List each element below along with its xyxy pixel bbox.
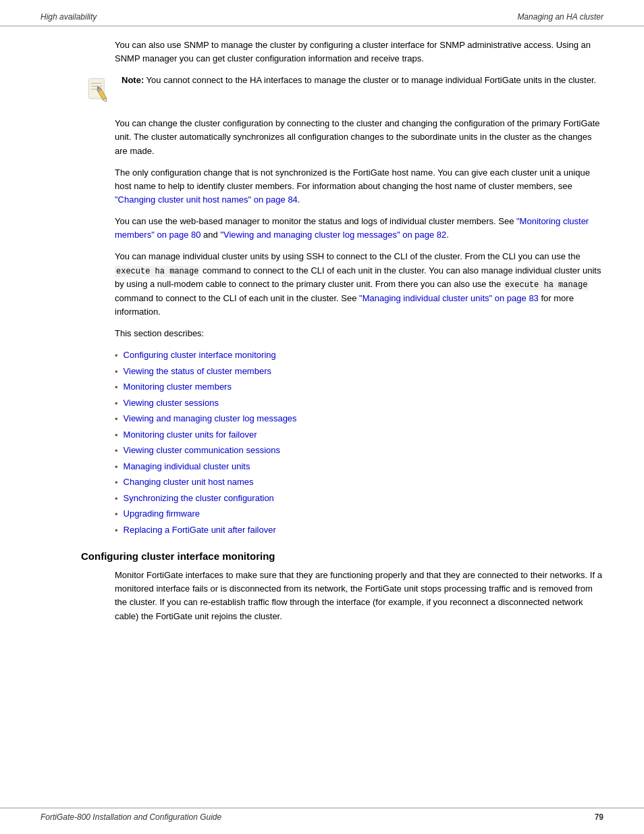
list-item: •Monitoring cluster units for failover [115,428,603,442]
bullet-dot: • [115,349,118,363]
bullet-dot: • [115,492,118,506]
bullet-dot: • [115,397,118,411]
footer-title: FortiGate-800 Installation and Configura… [41,812,221,822]
list-item: •Viewing cluster communication sessions [115,444,603,458]
page-number: 79 [595,812,603,822]
snmp-paragraph: You can also use SNMP to manage the clus… [115,38,603,66]
bullet-dot: • [115,508,118,521]
bullet-dot: • [115,444,118,458]
bullet-dot: • [115,413,118,426]
list-item: •Replacing a FortiGate unit after failov… [115,523,603,538]
bullet-dot: • [115,365,118,379]
header-right: Managing an HA cluster [517,12,603,22]
bullet-link[interactable]: Viewing cluster sessions [124,396,219,410]
hostname-paragraph: The only configuration change that is no… [115,166,603,207]
list-item: •Managing individual cluster units [115,460,603,474]
note-text: Note: You cannot connect to the HA inter… [122,74,596,87]
bullet-link[interactable]: Configuring cluster interface monitoring [124,348,276,362]
note-label: Note: [122,75,144,85]
section-paragraph: Monitor FortiGate interfaces to make sur… [115,569,603,623]
bullet-link[interactable]: Viewing and managing cluster log message… [124,412,297,425]
page: High availability Managing an HA cluster… [0,0,644,834]
bullet-link[interactable]: Viewing the status of cluster members [124,365,271,378]
bullet-dot: • [115,429,118,442]
bullet-link[interactable]: Viewing cluster communication sessions [124,444,280,457]
section-describes: This section describes: [115,327,603,340]
list-item: •Viewing cluster sessions [115,396,603,411]
list-item: •Viewing and managing cluster log messag… [115,412,603,426]
ssh-code1: execute ha manage [115,266,200,277]
note-icon [81,75,113,107]
list-item: •Viewing the status of cluster members [115,365,603,379]
list-item: •Monitoring cluster members [115,380,603,394]
bullet-link[interactable]: Changing cluster unit host names [124,475,254,489]
page-footer: FortiGate-800 Installation and Configura… [0,808,644,822]
managing-cluster-units-link[interactable]: "Managing individual cluster units" on p… [359,293,539,303]
header-left: High availability [41,12,97,22]
ssh-code2: execute ha manage [504,280,589,290]
page-content: You can also use SNMP to manage the clus… [0,26,644,623]
list-item: •Changing cluster unit host names [115,475,603,490]
bullet-dot: • [115,461,118,474]
viewing-log-link[interactable]: "Viewing and managing cluster log messag… [220,230,446,240]
page-header: High availability Managing an HA cluster [0,0,644,26]
bullet-dot: • [115,524,118,538]
bullet-dot: • [115,476,118,490]
bullet-link[interactable]: Synchronizing the cluster configuration [124,492,274,505]
list-item: •Synchronizing the cluster configuration [115,492,603,506]
list-item: •Configuring cluster interface monitorin… [115,348,603,363]
note-box: Note: You cannot connect to the HA inter… [81,74,603,107]
bullet-dot: • [115,381,118,394]
change-config-paragraph: You can change the cluster configuration… [115,117,603,157]
note-body: You cannot connect to the HA interfaces … [146,75,597,85]
hostname-link[interactable]: "Changing cluster unit host names" on pa… [115,194,298,205]
bullet-link[interactable]: Monitoring cluster units for failover [124,428,257,442]
bullet-link[interactable]: Managing individual cluster units [124,460,250,473]
bullet-link[interactable]: Upgrading firmware [124,507,200,521]
webmanager-paragraph: You can use the web-based manager to mon… [115,215,603,242]
bullet-list: •Configuring cluster interface monitorin… [115,348,603,537]
bullet-link[interactable]: Monitoring cluster members [124,380,232,394]
bullet-link[interactable]: Replacing a FortiGate unit after failove… [124,523,276,537]
list-item: •Upgrading firmware [115,507,603,521]
ssh-paragraph: You can manage individual cluster units … [115,250,603,319]
section-heading: Configuring cluster interface monitoring [81,550,603,562]
